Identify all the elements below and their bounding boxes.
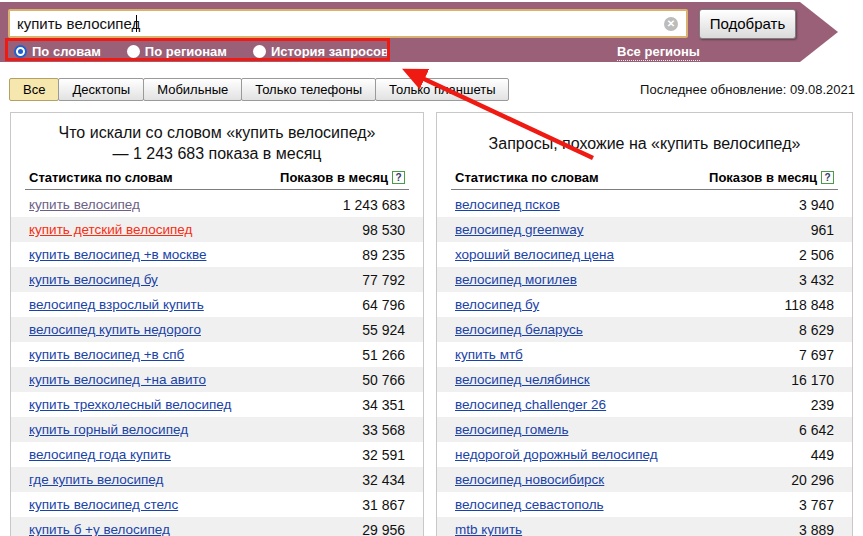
keyword-link[interactable]: велосипед года купить [29, 447, 171, 462]
impressions-value: 2 506 [799, 247, 834, 263]
keyword-link[interactable]: купить мтб [455, 347, 523, 362]
panel-title: Запросы, похожие на «купить велосипед» [437, 113, 852, 165]
keyword-link[interactable]: велосипед купить недорого [29, 322, 201, 337]
table-row: недорогой дорожный велосипед 449 [437, 442, 852, 467]
keyword-link[interactable]: купить велосипед бу [29, 272, 158, 287]
table-row: велосипед гомель 6 642 [437, 417, 852, 442]
device-tabs: Все Десктопы Мобильные Только телефоны Т… [10, 78, 509, 101]
keyword-link[interactable]: купить б +у велосипед [29, 522, 170, 536]
header-divider [25, 189, 409, 190]
mode-query-history[interactable]: История запросов [253, 44, 389, 59]
table-row: велосипед могилев 3 432 [437, 267, 852, 292]
table-row: велосипед новосибирск 20 296 [437, 467, 852, 492]
col-phrase-header: Статистика по словам [455, 170, 599, 185]
radio-icon[interactable] [127, 45, 140, 58]
keyword-link[interactable]: хороший велосипед цена [455, 247, 614, 262]
impressions-value: 50 766 [362, 372, 405, 388]
tab-tablets-only[interactable]: Только планшеты [375, 78, 509, 101]
keyword-link[interactable]: велосипед челябинск [455, 372, 590, 387]
keyword-link[interactable]: велосипед гомель [455, 422, 568, 437]
keyword-link[interactable]: велосипед беларусь [455, 322, 583, 337]
keyword-link[interactable]: купить детский велосипед [29, 222, 192, 237]
table-row: где купить велосипед 32 434 [11, 467, 423, 492]
tab-phones-only[interactable]: Только телефоны [241, 78, 376, 101]
help-icon[interactable]: ? [821, 171, 834, 184]
table-row: велосипед взрослый купить 64 796 [11, 292, 423, 317]
keyword-link[interactable]: велосипед новосибирск [455, 472, 604, 487]
keyword-link[interactable]: велосипед псков [455, 197, 560, 212]
search-header: ✕ Подобрать По словам По регионам Истори… [0, 2, 838, 62]
keyword-link[interactable]: купить велосипед +в москве [29, 247, 206, 262]
column-headers: Статистика по словам Показов в месяц ? [11, 165, 423, 189]
radio-selected-icon[interactable] [14, 45, 27, 58]
table-row: велосипед купить недорого 55 924 [11, 317, 423, 342]
keyword-link[interactable]: велосипед севастополь [455, 497, 604, 512]
impressions-value: 77 792 [362, 272, 405, 288]
table-row: велосипед челябинск 16 170 [437, 367, 852, 392]
impressions-value: 6 642 [799, 422, 834, 438]
keyword-link[interactable]: купить велосипед стелс [29, 497, 178, 512]
impressions-value: 51 266 [362, 347, 405, 363]
impressions-value: 3 940 [799, 197, 834, 213]
search-mode-group: По словам По регионам История запросов [14, 44, 389, 59]
help-icon[interactable]: ? [392, 171, 405, 184]
table-row: велосипед challenger 26 239 [437, 392, 852, 417]
table-row: велосипед севастополь 3 767 [437, 492, 852, 517]
submit-button[interactable]: Подобрать [699, 9, 796, 39]
keyword-link[interactable]: велосипед challenger 26 [455, 397, 606, 412]
impressions-value: 1 243 683 [343, 197, 405, 213]
impressions-value: 8 629 [799, 322, 834, 338]
col-count-header: Показов в месяц [280, 170, 388, 185]
panel-title: Что искали со словом «купить велосипед» … [11, 113, 423, 165]
keyword-link[interactable]: недорогой дорожный велосипед [455, 447, 658, 462]
impressions-value: 98 530 [362, 222, 405, 238]
keyword-link[interactable]: купить трехколесный велосипед [29, 397, 231, 412]
search-box: ✕ [8, 9, 688, 38]
table-row: велосипед псков 3 940 [437, 192, 852, 217]
table-row: купить мтб 7 697 [437, 342, 852, 367]
panel-what-searched: Что искали со словом «купить велосипед» … [10, 112, 424, 536]
keyword-link[interactable]: где купить велосипед [29, 472, 163, 487]
table-row: mtb купить 3 889 [437, 517, 852, 536]
keyword-link[interactable]: велосипед бу [455, 297, 539, 312]
table-row: велосипед года купить 32 591 [11, 442, 423, 467]
keyword-table: велосипед псков 3 940 велосипед greenway… [437, 192, 852, 536]
keyword-link[interactable]: купить велосипед [29, 197, 140, 212]
impressions-value: 16 170 [791, 372, 834, 388]
radio-icon[interactable] [253, 45, 266, 58]
impressions-value: 20 296 [791, 472, 834, 488]
keyword-link[interactable]: купить велосипед +на авито [29, 372, 206, 387]
table-row: купить б +у велосипед 29 956 [11, 517, 423, 536]
table-row: купить детский велосипед 98 530 [11, 217, 423, 242]
impressions-value: 118 848 [784, 297, 834, 313]
keyword-link[interactable]: купить велосипед +в спб [29, 347, 184, 362]
tab-all[interactable]: Все [9, 78, 59, 101]
mode-label: По словам [32, 44, 101, 59]
keyword-link[interactable]: mtb купить [455, 522, 522, 536]
panel-similar-queries: Запросы, похожие на «купить велосипед» С… [436, 112, 853, 536]
table-row: купить велосипед бу 77 792 [11, 267, 423, 292]
tab-mobile[interactable]: Мобильные [143, 78, 242, 101]
table-row: купить велосипед 1 243 683 [11, 192, 423, 217]
tab-desktops[interactable]: Десктопы [58, 78, 144, 101]
impressions-value: 32 591 [362, 447, 405, 463]
text-caret [136, 15, 137, 32]
keyword-link[interactable]: велосипед могилев [455, 272, 577, 287]
search-input[interactable] [10, 11, 686, 36]
table-row: велосипед greenway 961 [437, 217, 852, 242]
clear-icon[interactable]: ✕ [664, 17, 678, 31]
keyword-link[interactable]: велосипед взрослый купить [29, 297, 204, 312]
keyword-link[interactable]: купить горный велосипед [29, 422, 188, 437]
all-regions-link[interactable]: Все регионы [617, 44, 700, 61]
col-count-header: Показов в месяц [709, 170, 817, 185]
impressions-value: 55 924 [362, 322, 405, 338]
table-row: велосипед бу 118 848 [437, 292, 852, 317]
keyword-link[interactable]: велосипед greenway [455, 222, 584, 237]
impressions-value: 64 796 [362, 297, 405, 313]
impressions-value: 89 235 [362, 247, 405, 263]
impressions-value: 32 434 [362, 472, 405, 488]
impressions-value: 3 432 [799, 272, 834, 288]
table-row: купить велосипед стелс 31 867 [11, 492, 423, 517]
mode-by-words[interactable]: По словам [14, 44, 101, 59]
mode-by-regions[interactable]: По регионам [127, 44, 227, 59]
